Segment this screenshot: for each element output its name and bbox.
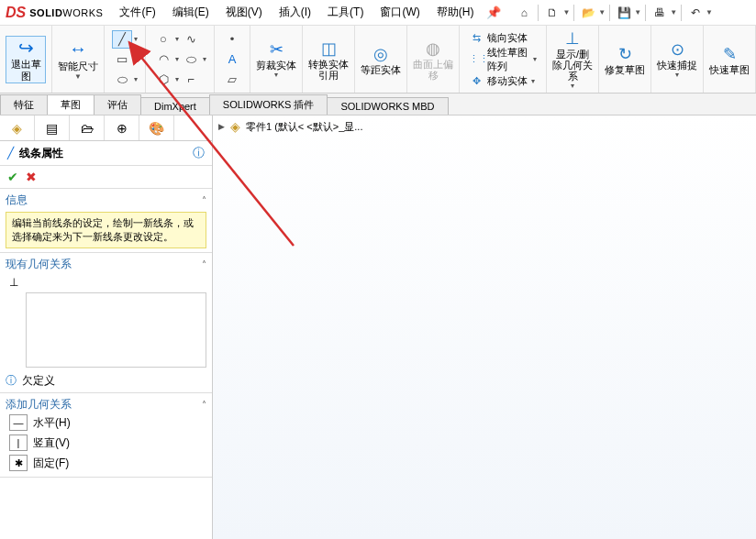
cancel-button[interactable]: ✖ xyxy=(26,170,37,184)
menu-view[interactable]: 视图(V) xyxy=(220,3,268,22)
home-icon[interactable]: ⌂ xyxy=(514,3,534,23)
line-tool[interactable]: ╱ xyxy=(112,30,132,49)
breadcrumb[interactable]: ▶ ◈ 零件1 (默认< <默认>_显... xyxy=(218,119,362,134)
open-icon[interactable]: 📂 xyxy=(578,3,598,23)
show-hide-relations-button[interactable]: ⊥ 显示/删除几何关系 ▾ xyxy=(552,28,593,90)
ok-button[interactable]: ✔ xyxy=(7,170,18,184)
help-icon[interactable]: ⓘ xyxy=(193,145,205,161)
ellipse-tool[interactable]: ⬭ xyxy=(181,50,201,69)
chevron-down-icon[interactable]: ▾ xyxy=(533,55,537,63)
info-icon: ⓘ xyxy=(6,373,17,389)
menu-insert[interactable]: 插入(I) xyxy=(273,3,317,22)
chevron-down-icon[interactable]: ▾ xyxy=(571,82,574,90)
chevron-down-icon[interactable]: ▼ xyxy=(634,8,641,16)
chevron-down-icon[interactable]: ▾ xyxy=(175,55,179,63)
tab-sketch[interactable]: 草图 xyxy=(47,94,94,115)
chevron-up-icon: ˄ xyxy=(202,259,206,270)
convert-button[interactable]: ◫ 转换实体引用 xyxy=(308,38,349,81)
add-fix[interactable]: ✱固定(F) xyxy=(6,453,206,473)
mirror-button[interactable]: ⇆镜向实体 xyxy=(469,31,537,45)
app-logo: DS SOLIDWORKS xyxy=(6,5,103,21)
horizontal-icon: — xyxy=(9,414,28,431)
add-horizontal[interactable]: —水平(H) xyxy=(6,412,206,433)
panel-tab-config[interactable]: 🗁 xyxy=(70,116,105,140)
menu-file[interactable]: 文件(F) xyxy=(114,3,161,22)
pattern-icon: ⋮⋮ xyxy=(469,53,484,65)
snap-icon: ⊙ xyxy=(671,39,684,60)
chevron-down-icon[interactable]: ▾ xyxy=(274,71,278,79)
fillet-tool[interactable]: ⌐ xyxy=(181,71,201,89)
quick-snap-button[interactable]: ⊙ 快速捕捉 ▾ xyxy=(657,39,697,79)
chevron-down-icon[interactable]: ▼ xyxy=(670,8,677,16)
tab-feature[interactable]: 特征 xyxy=(0,94,48,115)
existing-relations-list[interactable] xyxy=(26,292,206,368)
quick-sketch-button[interactable]: ✎ 快速草图 xyxy=(709,44,750,75)
trim-label: 剪裁实体 xyxy=(256,60,296,71)
chevron-down-icon[interactable]: ▼ xyxy=(562,8,570,16)
panel-tab-appearance[interactable]: 🎨 xyxy=(139,116,174,140)
exit-sketch-button[interactable]: ↪ 退出草图 xyxy=(6,36,46,83)
menu-tools[interactable]: 工具(T) xyxy=(322,3,369,22)
tab-dimxpert[interactable]: DimXpert xyxy=(140,97,210,115)
chevron-down-icon[interactable]: ▾ xyxy=(134,75,138,83)
slot-tool[interactable]: ⬭ xyxy=(112,71,132,89)
chevron-down-icon[interactable]: ▾ xyxy=(203,55,206,63)
menu-help[interactable]: 帮助(H) xyxy=(431,3,480,22)
panel-tab-dim[interactable]: ⊕ xyxy=(105,116,139,140)
section-add-relations-header[interactable]: 添加几何关系˄ xyxy=(6,397,206,412)
offset-button[interactable]: ◎ 等距实体 xyxy=(361,44,401,75)
convert-icon: ◫ xyxy=(321,38,337,59)
circle-tool[interactable]: ○ xyxy=(153,30,173,49)
chevron-down-icon[interactable]: ▾ xyxy=(531,77,535,85)
tab-mbd[interactable]: SOLIDWORKS MBD xyxy=(327,97,448,115)
chevron-down-icon[interactable]: ▾ xyxy=(134,35,138,43)
chevron-down-icon[interactable]: ▾ xyxy=(134,55,138,63)
chevron-down-icon[interactable]: ▾ xyxy=(675,71,679,79)
linear-pattern-button[interactable]: ⋮⋮线性草图阵列▾ xyxy=(469,46,537,73)
chevron-down-icon[interactable]: ▼ xyxy=(74,72,82,81)
quick-sketch-label: 快速草图 xyxy=(709,64,750,75)
section-info-header[interactable]: 信息˄ xyxy=(6,192,206,208)
tab-evaluate[interactable]: 评估 xyxy=(94,94,141,115)
tab-addins[interactable]: SOLIDWORKS 插件 xyxy=(209,94,328,115)
chevron-down-icon[interactable]: ▼ xyxy=(706,8,713,16)
spline-tool[interactable]: ∿ xyxy=(181,30,201,49)
new-icon[interactable]: 🗋 xyxy=(542,3,562,23)
viewport[interactable]: ▶ ◈ 零件1 (默认< <默认>_显... xyxy=(213,116,756,539)
move-button[interactable]: ✥移动实体▾ xyxy=(469,74,537,88)
polygon-tool[interactable]: ⬡ xyxy=(153,71,173,89)
point-tool[interactable]: • xyxy=(222,30,242,49)
pin-icon[interactable]: 📌 xyxy=(486,6,501,19)
surface-offset-button: ◍ 曲面上偏移 xyxy=(413,38,453,81)
chevron-down-icon[interactable]: ▾ xyxy=(175,75,179,83)
surface-offset-label: 曲面上偏移 xyxy=(413,59,453,81)
panel-tab-feature[interactable]: ◈ xyxy=(0,116,35,140)
show-hide-label: 显示/删除几何关系 xyxy=(552,49,593,82)
trim-button[interactable]: ✂ 剪裁实体 ▾ xyxy=(256,39,296,79)
chevron-down-icon[interactable]: ▾ xyxy=(175,35,179,43)
section-existing-relations-header[interactable]: 现有几何关系˄ xyxy=(6,257,206,272)
chevron-down-icon[interactable]: ▼ xyxy=(598,8,606,16)
plane-tool[interactable]: ▱ xyxy=(222,71,242,89)
panel-tab-property[interactable]: ▤ xyxy=(35,116,70,140)
quick-snap-label: 快速捕捉 xyxy=(657,60,697,71)
fix-icon: ✱ xyxy=(9,455,28,471)
undo-icon[interactable]: ↶ xyxy=(685,3,706,23)
quick-sketch-icon: ✎ xyxy=(723,44,737,64)
exit-sketch-label: 退出草图 xyxy=(6,59,45,82)
add-vertical[interactable]: |竖直(V) xyxy=(6,433,206,453)
perpendicular-icon: ⊥ xyxy=(6,276,22,289)
panel-title: 线条属性 xyxy=(19,146,193,161)
repair-icon: ↻ xyxy=(618,44,632,64)
rectangle-tool[interactable]: ▭ xyxy=(112,50,132,69)
menu-edit[interactable]: 编辑(E) xyxy=(167,3,215,22)
mirror-icon: ⇆ xyxy=(469,32,484,44)
menu-window[interactable]: 窗口(W) xyxy=(374,3,425,22)
text-tool[interactable]: A xyxy=(222,50,242,69)
print-icon[interactable]: 🖶 xyxy=(650,3,670,23)
repair-sketch-button[interactable]: ↻ 修复草图 xyxy=(605,44,645,75)
save-icon[interactable]: 💾 xyxy=(614,3,634,23)
arc-tool[interactable]: ◠ xyxy=(153,50,173,69)
logo-ds: DS xyxy=(6,5,26,21)
smart-dimension-button[interactable]: ↔ 智能尺寸 ▼ xyxy=(58,38,98,81)
